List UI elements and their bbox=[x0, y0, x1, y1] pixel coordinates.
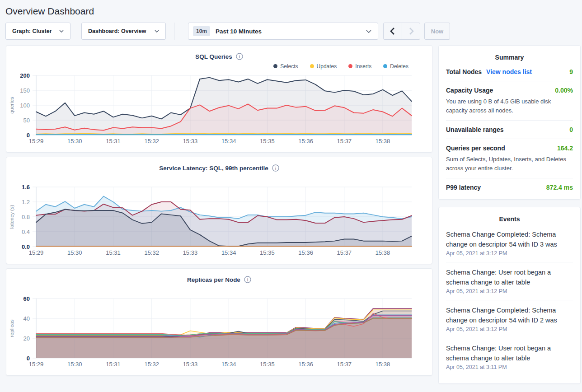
legend bbox=[6, 172, 432, 183]
svg-text:0.8: 0.8 bbox=[22, 214, 30, 220]
summary-row: P99 latency872.4 ms bbox=[446, 178, 573, 196]
svg-text:15:36: 15:36 bbox=[298, 138, 313, 145]
chart-plot[interactable]: 15:2915:3015:3115:3215:3315:3415:3515:36… bbox=[6, 295, 432, 371]
event-time: Apr 05, 2021 at 3:12 PM bbox=[446, 288, 573, 294]
time-range-badge: 10m bbox=[193, 26, 210, 36]
svg-text:15:31: 15:31 bbox=[106, 138, 121, 145]
svg-text:queries: queries bbox=[9, 97, 14, 114]
svg-text:15:29: 15:29 bbox=[29, 361, 44, 368]
svg-text:latency (s): latency (s) bbox=[9, 205, 14, 229]
chart-title-text: Replicas per Node bbox=[187, 276, 240, 283]
summary-label: Capacity Usage bbox=[446, 87, 493, 94]
summary-row: Total NodesView nodes list9 bbox=[446, 63, 573, 81]
graph-dropdown-label: Graph: Cluster bbox=[12, 28, 52, 34]
info-icon[interactable]: i bbox=[244, 276, 251, 283]
prev-range-button[interactable] bbox=[384, 23, 402, 39]
chart-plot[interactable]: 15:2915:3015:3115:3215:3315:3415:3515:36… bbox=[6, 183, 432, 259]
graph-dropdown[interactable]: Graph: Cluster bbox=[5, 23, 70, 40]
svg-text:15:34: 15:34 bbox=[221, 361, 236, 368]
summary-row-head: Queries per second164.2 bbox=[446, 145, 573, 152]
svg-text:15:33: 15:33 bbox=[183, 138, 198, 145]
time-range-label: Past 10 Minutes bbox=[216, 28, 361, 35]
events-title: Events bbox=[439, 207, 580, 224]
chart-title: SQL Queries i bbox=[6, 46, 432, 61]
svg-text:replicas: replicas bbox=[9, 319, 14, 337]
chart-area: 15:2915:3015:3115:3215:3315:3415:3515:36… bbox=[6, 295, 432, 373]
summary-row: Capacity Usage0.00%You are using 0 B of … bbox=[446, 81, 573, 120]
legend-label: Updates bbox=[317, 63, 337, 70]
chart-title-text: Service Latency: SQL, 99th percentile bbox=[159, 165, 268, 172]
svg-text:15:32: 15:32 bbox=[144, 249, 159, 256]
dashboard-dropdown-label: Dashboard: Overview bbox=[88, 28, 146, 34]
legend-item: Selects bbox=[273, 63, 298, 70]
event-text: Schema Change Completed: Schema change o… bbox=[446, 229, 573, 249]
chart-plot[interactable]: 15:2915:3015:3115:3215:3315:3415:3515:36… bbox=[6, 72, 432, 148]
event-time: Apr 05, 2021 at 3:12 PM bbox=[446, 326, 573, 332]
time-range-picker[interactable]: 10m Past 10 Minutes bbox=[188, 23, 378, 40]
summary-desc: You are using 0 B of 4.5 GiB usable disk… bbox=[446, 97, 573, 115]
legend bbox=[6, 284, 432, 295]
event-text: Schema Change: User root began a schema … bbox=[446, 343, 573, 363]
summary-row-head: Total NodesView nodes list9 bbox=[446, 68, 573, 75]
svg-text:1.2: 1.2 bbox=[22, 199, 30, 205]
svg-text:150: 150 bbox=[20, 87, 30, 94]
info-icon[interactable]: i bbox=[236, 53, 243, 60]
chart-area: 15:2915:3015:3115:3215:3315:3415:3515:36… bbox=[6, 183, 432, 261]
svg-text:0: 0 bbox=[27, 132, 30, 139]
summary-label: Queries per second bbox=[446, 145, 505, 152]
info-icon[interactable]: i bbox=[272, 164, 279, 172]
svg-text:i: i bbox=[275, 166, 277, 171]
next-range-button[interactable] bbox=[402, 23, 420, 39]
svg-text:15:35: 15:35 bbox=[260, 249, 275, 256]
svg-text:15:29: 15:29 bbox=[29, 138, 44, 145]
legend-item: Inserts bbox=[348, 63, 371, 70]
now-button[interactable]: Now bbox=[424, 23, 450, 40]
summary-value: 872.4 ms bbox=[546, 184, 573, 191]
replicas-per-node-chart-card: Replicas per Node i 15:2915:3015:3115:32… bbox=[6, 268, 432, 376]
summary-row: Unavailable ranges0 bbox=[446, 120, 573, 139]
chevron-left-icon bbox=[389, 27, 396, 36]
summary-label: P99 latency bbox=[446, 184, 481, 191]
svg-text:0: 0 bbox=[27, 355, 30, 362]
chart-title: Service Latency: SQL, 99th percentile i bbox=[6, 157, 432, 172]
side-column: Summary Total NodesView nodes list9Capac… bbox=[438, 45, 581, 384]
summary-title: Summary bbox=[439, 46, 580, 63]
svg-text:15:31: 15:31 bbox=[106, 249, 121, 256]
svg-text:15:32: 15:32 bbox=[144, 138, 159, 145]
event-text: Schema Change: User root began a schema … bbox=[446, 267, 573, 287]
svg-text:100: 100 bbox=[20, 102, 30, 109]
chevron-down-icon bbox=[155, 30, 159, 33]
svg-text:15:30: 15:30 bbox=[67, 138, 82, 145]
summary-row-head: Unavailable ranges0 bbox=[446, 126, 573, 133]
dashboard-main: SQL Queries i SelectsUpdatesInsertsDelet… bbox=[6, 45, 582, 384]
svg-text:20: 20 bbox=[23, 335, 30, 342]
events-card: Events Schema Change Completed: Schema c… bbox=[438, 207, 581, 384]
sql-queries-chart-card: SQL Queries i SelectsUpdatesInsertsDelet… bbox=[6, 45, 432, 153]
summary-label: Total Nodes bbox=[446, 68, 482, 75]
svg-text:15:35: 15:35 bbox=[260, 361, 275, 368]
legend-label: Inserts bbox=[355, 63, 371, 70]
legend-label: Selects bbox=[280, 63, 298, 70]
svg-text:i: i bbox=[247, 278, 249, 282]
svg-text:15:36: 15:36 bbox=[298, 249, 313, 256]
summary-value: 9 bbox=[569, 68, 573, 75]
svg-text:15:34: 15:34 bbox=[221, 249, 236, 256]
svg-text:15:36: 15:36 bbox=[298, 361, 313, 368]
toolbar-divider bbox=[174, 23, 174, 40]
chevron-down-icon bbox=[366, 30, 371, 33]
charts-column: SQL Queries i SelectsUpdatesInsertsDelet… bbox=[6, 45, 432, 380]
summary-card: Summary Total NodesView nodes list9Capac… bbox=[438, 45, 581, 200]
event-item: Schema Change: User root began a schema … bbox=[446, 262, 573, 300]
chevron-down-icon bbox=[59, 30, 64, 33]
svg-text:15:37: 15:37 bbox=[337, 249, 352, 256]
legend-swatch bbox=[273, 64, 277, 68]
service-latency-chart-card: Service Latency: SQL, 99th percentile i … bbox=[6, 157, 432, 264]
page-title: Overview Dashboard bbox=[0, 0, 582, 17]
chart-title-text: SQL Queries bbox=[195, 53, 232, 60]
event-item: Schema Change Completed: Schema change o… bbox=[446, 300, 573, 338]
chart-area: 15:2915:3015:3115:3215:3315:3415:3515:36… bbox=[6, 72, 432, 149]
svg-text:50: 50 bbox=[23, 117, 30, 124]
dashboard-dropdown[interactable]: Dashboard: Overview bbox=[81, 23, 166, 40]
view-nodes-link[interactable]: View nodes list bbox=[486, 68, 532, 75]
summary-value: 0.00% bbox=[555, 87, 573, 94]
